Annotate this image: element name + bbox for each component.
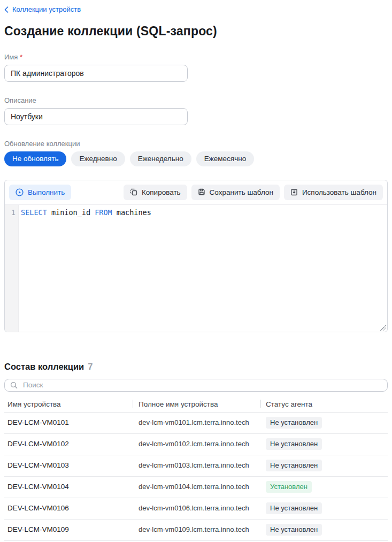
table-row: DEV-LCM-VM0109dev-lcm-vm0109.lcm.terra.i… — [4, 520, 388, 541]
column-header-agent-status: Статус агента — [260, 398, 388, 412]
table-row: DEV-LCM-VM0104dev-lcm-vm0104.lcm.terra.i… — [4, 477, 388, 498]
refresh-option-monthly[interactable]: Ежемесячно — [196, 151, 254, 166]
use-template-button[interactable]: Использовать шаблон — [284, 185, 383, 200]
agent-status-cell: Не установлен — [260, 455, 388, 476]
resize-handle[interactable] — [380, 325, 386, 331]
table-row: DEV-LCM-VM0102dev-lcm-vm0102.lcm.terra.i… — [4, 434, 388, 455]
agent-status-cell: Не установлен — [260, 498, 388, 519]
required-asterisk: * — [20, 53, 22, 61]
template-download-icon — [290, 188, 298, 196]
run-query-button[interactable]: Выполнить — [9, 185, 71, 200]
name-input[interactable] — [4, 65, 188, 82]
toolbar-right-group: Копировать Сохранить шаблон Использовать… — [124, 185, 383, 200]
copy-button[interactable]: Копировать — [124, 185, 187, 200]
refresh-option-daily[interactable]: Ежедневно — [71, 151, 125, 166]
agent-status-badge: Не установлен — [266, 438, 322, 450]
line-number-gutter: 1 — [5, 205, 19, 332]
column-header-fqdn: Полное имя устройства — [133, 398, 260, 412]
save-floppy-icon — [198, 188, 205, 196]
page-title: Создание коллекции (SQL-запрос) — [4, 24, 388, 39]
table-body: DEV-LCM-VM0101dev-lcm-vm0101.lcm.terra.i… — [4, 413, 388, 542]
description-field-label: Описание — [4, 96, 388, 104]
search-wrapper — [4, 379, 388, 392]
refresh-field-label: Обновление коллекции — [4, 140, 388, 148]
agent-status-badge: Не установлен — [266, 460, 322, 471]
code-editor[interactable]: 1 SELECT minion_id FROM machines — [5, 205, 387, 332]
agent-status-cell: Не установлен — [260, 520, 388, 540]
code-token-plain: minion_id — [47, 208, 95, 217]
table-row: DEV-LCM-VM0103dev-lcm-vm0103.lcm.terra.i… — [4, 455, 388, 477]
device-fqdn-cell: dev-lcm-vm0101.lcm.terra.inno.tech — [133, 414, 260, 431]
device-name-cell: DEV-LCM-VM0104 — [4, 478, 133, 495]
collection-section-title: Состав коллекции 7 — [4, 362, 388, 372]
sql-editor-panel: Выполнить Копировать Сохранить шаблон — [4, 180, 388, 332]
description-input[interactable] — [4, 108, 188, 125]
breadcrumb-back-link[interactable]: Коллекции устройств — [4, 5, 81, 13]
device-name-cell: DEV-LCM-VM0102 — [4, 436, 133, 453]
code-token-keyword: FROM — [95, 208, 112, 217]
agent-status-badge: Установлен — [266, 481, 312, 493]
refresh-options: Не обновлятьЕжедневноЕженедельноЕжемесяч… — [4, 151, 388, 166]
table-header-row: Имя устройства Полное имя устройства Ста… — [4, 398, 388, 413]
device-name-cell: DEV-LCM-VM0109 — [4, 521, 133, 538]
back-chevron-icon — [4, 6, 9, 13]
code-token-plain: machines — [112, 208, 151, 217]
name-field-label: Имя * — [4, 53, 388, 61]
device-name-cell: DEV-LCM-VM0103 — [4, 457, 133, 474]
refresh-option-weekly[interactable]: Еженедельно — [130, 151, 191, 166]
agent-status-cell: Установлен — [260, 477, 388, 498]
device-fqdn-cell: dev-lcm-vm0103.lcm.terra.inno.tech — [133, 457, 260, 474]
device-fqdn-cell: dev-lcm-vm0106.lcm.terra.inno.tech — [133, 500, 260, 517]
search-input[interactable] — [4, 379, 388, 392]
collection-count: 7 — [88, 362, 93, 372]
agent-status-cell: Не установлен — [260, 434, 388, 455]
breadcrumb-label: Коллекции устройств — [12, 5, 81, 13]
sql-code-line[interactable]: SELECT minion_id FROM machines — [19, 205, 387, 332]
search-icon — [10, 381, 18, 391]
agent-status-badge: Не установлен — [266, 417, 322, 429]
code-token-keyword: SELECT — [21, 208, 47, 217]
agent-status-badge: Не установлен — [266, 502, 322, 514]
play-circle-icon — [16, 188, 24, 196]
device-fqdn-cell: dev-lcm-vm0104.lcm.terra.inno.tech — [133, 478, 260, 495]
save-template-button[interactable]: Сохранить шаблон — [191, 185, 280, 200]
device-name-cell: DEV-LCM-VM0101 — [4, 414, 133, 431]
sql-editor-toolbar: Выполнить Копировать Сохранить шаблон — [5, 180, 387, 205]
device-fqdn-cell: dev-lcm-vm0102.lcm.terra.inno.tech — [133, 436, 260, 453]
table-row: DEV-LCM-VM0106dev-lcm-vm0106.lcm.terra.i… — [4, 498, 388, 520]
agent-status-badge: Не установлен — [266, 524, 322, 536]
device-name-cell: DEV-LCM-VM0106 — [4, 500, 133, 517]
copy-icon — [130, 188, 137, 196]
devices-table: Имя устройства Полное имя устройства Ста… — [4, 398, 388, 542]
agent-status-cell: Не установлен — [260, 413, 388, 433]
create-collection-page: Коллекции устройств Создание коллекции (… — [0, 0, 392, 542]
table-row: DEV-LCM-VM0101dev-lcm-vm0101.lcm.terra.i… — [4, 413, 388, 434]
column-header-device-name: Имя устройства — [4, 398, 133, 412]
device-fqdn-cell: dev-lcm-vm0109.lcm.terra.inno.tech — [133, 521, 260, 538]
refresh-option-none[interactable]: Не обновлять — [4, 151, 66, 166]
